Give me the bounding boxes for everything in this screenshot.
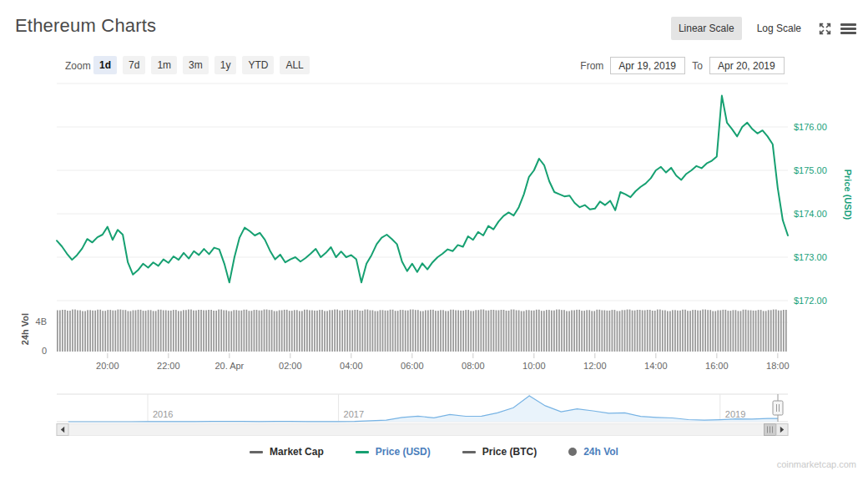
legend-label: Price (USD)	[376, 446, 431, 458]
menu-icon[interactable]	[840, 23, 856, 34]
x-axis-label: 20:00	[96, 361, 119, 371]
navigator-handle[interactable]	[773, 401, 783, 415]
navigator-year-label: 2016	[153, 409, 173, 419]
price-btc-line-marker	[462, 451, 476, 453]
price-tick-label: $172.00	[794, 296, 827, 306]
price-tick-label: $176.00	[794, 122, 827, 132]
linear-scale-button[interactable]: Linear Scale	[671, 17, 742, 40]
to-label: To	[692, 60, 703, 72]
date-range-controls: From To	[580, 57, 785, 74]
volume-bars[interactable]	[57, 310, 787, 352]
legend-label: Market Cap	[270, 446, 324, 458]
volume-axis-title: 24h Vol	[20, 304, 30, 354]
legend-item-market-cap[interactable]: Market Cap	[250, 446, 324, 458]
zoom-button-all[interactable]: ALL	[280, 56, 309, 74]
price-tick-label: $174.00	[794, 209, 827, 219]
scale-toggle-group: Linear Scale Log Scale	[671, 17, 856, 40]
x-axis-label: 20. Apr	[214, 361, 244, 371]
price-usd-line[interactable]	[57, 96, 788, 283]
legend-item-price-btc[interactable]: Price (BTC)	[462, 446, 537, 458]
price-usd-line-marker	[356, 451, 369, 453]
zoom-button-group: 1d7d1m3m1yYTDALL	[93, 56, 310, 74]
scrollbar-track[interactable]	[57, 424, 788, 436]
legend-label: 24h Vol	[583, 446, 618, 458]
volume-circle-marker	[568, 448, 577, 456]
price-tick-label: $173.00	[794, 252, 827, 262]
x-axis-label: 14:00	[644, 361, 668, 371]
from-label: From	[580, 60, 603, 72]
navigator-year-label: 2017	[344, 409, 364, 419]
chart-toolbar: Zoom 1d7d1m3m1yYTDALL From To	[0, 55, 868, 77]
x-axis-label: 16:00	[705, 361, 729, 371]
volume-tick-label: 4B	[36, 316, 47, 327]
watermark: coinmarketcap.com	[777, 459, 856, 469]
fullscreen-icon-glyph	[818, 22, 832, 36]
x-axis-label: 18:00	[766, 361, 790, 371]
zoom-button-3m[interactable]: 3m	[183, 56, 209, 74]
legend-item-price-usd[interactable]: Price (USD)	[356, 446, 431, 458]
x-axis-label: 04:00	[340, 361, 363, 371]
x-axis-label: 02:00	[279, 361, 302, 371]
log-scale-button[interactable]: Log Scale	[749, 17, 809, 40]
x-axis-label: 22:00	[157, 361, 180, 371]
x-axis-label: 10:00	[522, 361, 546, 371]
x-axis-label: 08:00	[462, 361, 485, 371]
navigator-year-label: 2019	[725, 409, 745, 419]
zoom-button-1y[interactable]: 1y	[214, 56, 237, 74]
price-tick-label: $175.00	[794, 165, 827, 175]
x-axis-label: 12:00	[583, 361, 607, 371]
fullscreen-icon[interactable]	[816, 20, 833, 37]
legend-item-24h-vol[interactable]: 24h Vol	[568, 446, 618, 458]
legend-label: Price (BTC)	[482, 446, 537, 458]
from-date-input[interactable]	[610, 57, 685, 74]
ethereum-charts-page: $176.00$175.00$174.00$173.00$172.004B020…	[0, 0, 868, 486]
price-axis-title: Price (USD)	[843, 161, 853, 228]
x-axis-label: 06:00	[401, 361, 424, 371]
zoom-button-1m[interactable]: 1m	[151, 56, 177, 74]
zoom-button-ytd[interactable]: YTD	[242, 56, 274, 74]
zoom-label: Zoom	[65, 60, 91, 72]
page-title: Ethereum Charts	[15, 15, 156, 37]
volume-tick-label: 0	[42, 346, 47, 356]
market-cap-line-marker	[250, 451, 263, 453]
zoom-button-7d[interactable]: 7d	[123, 56, 145, 74]
chart-legend: Market Cap Price (USD) Price (BTC) 24h V…	[0, 446, 868, 458]
to-date-input[interactable]	[709, 57, 785, 74]
zoom-button-1d[interactable]: 1d	[93, 56, 117, 74]
